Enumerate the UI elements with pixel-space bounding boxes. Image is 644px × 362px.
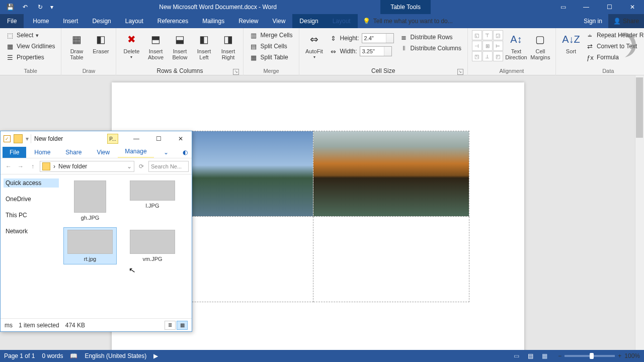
explorer-help[interactable]: ◐ [179, 147, 192, 158]
file-thumb[interactable]: gh.JPG [64, 178, 116, 223]
tab-insert[interactable]: Insert [56, 14, 85, 28]
status-words[interactable]: 0 words [42, 352, 63, 359]
nav-network[interactable]: Network [4, 227, 59, 236]
sort-button[interactable]: A↓ZSort [560, 30, 582, 54]
explorer-search[interactable]: Search Ne... [148, 161, 189, 172]
draw-table-button[interactable]: ▦Draw Table [65, 30, 88, 60]
tell-me-search[interactable]: 💡Tell me what you want to do... [358, 14, 578, 28]
explorer-tab-file[interactable]: File [3, 147, 26, 158]
explorer-up[interactable]: ↑ [28, 161, 38, 171]
insert-above-button[interactable]: ⬒Insert Above [144, 30, 167, 60]
explorer-close[interactable]: ✕ [170, 131, 192, 146]
explorer-tab-manage[interactable]: Manage [118, 146, 153, 158]
tab-file[interactable]: File [0, 14, 24, 28]
row-height-field[interactable]: ⇕Height:2.4" [328, 32, 396, 44]
tab-references[interactable]: References [150, 14, 195, 28]
align-bl[interactable]: ◳ [472, 51, 482, 61]
cellsize-dialog-launcher[interactable]: ↘ [457, 69, 463, 75]
explorer-expand-ribbon[interactable]: ⌄ [159, 147, 173, 158]
width-spinner[interactable]: 3.25" [360, 46, 392, 56]
rows-cols-dialog-launcher[interactable]: ↘ [233, 69, 239, 75]
ribbon-options-button[interactable]: ▭ [551, 0, 575, 14]
delete-button[interactable]: ✖Delete▾ [120, 30, 142, 60]
tab-home[interactable]: Home [26, 14, 56, 28]
explorer-tab-home[interactable]: Home [27, 147, 57, 158]
file-explorer-window[interactable]: ✓ ▾ New folder P... — ☐ ✕ File Home Shar… [0, 131, 192, 332]
eraser-button[interactable]: ◧Eraser [90, 30, 112, 54]
status-page[interactable]: Page 1 of 1 [4, 352, 35, 359]
insert-below-button[interactable]: ⬓Insert Below [169, 30, 191, 60]
align-tl[interactable]: ◱ [472, 30, 482, 40]
file-thumb-selected[interactable]: rt.jpg [64, 228, 116, 264]
zoom-slider[interactable] [565, 355, 615, 357]
tab-layout[interactable]: Layout [118, 14, 150, 28]
redo-button[interactable]: ↻ [33, 1, 47, 13]
file-thumb[interactable]: l.JPG [126, 178, 179, 223]
autofit-button[interactable]: ⇔AutoFit▾ [303, 30, 326, 60]
align-mr[interactable]: ⊢ [493, 41, 503, 51]
insert-left-button[interactable]: ◧Insert Left [193, 30, 215, 60]
tab-table-layout[interactable]: Layout [326, 14, 358, 28]
properties-button[interactable]: ☰Properties [4, 52, 57, 62]
insert-right-button[interactable]: ◨Insert Right [217, 30, 239, 60]
maximize-button[interactable]: ☐ [598, 0, 621, 14]
vertical-scrollbar[interactable] [635, 75, 644, 350]
table-cell[interactable] [313, 217, 469, 302]
split-cells-button[interactable]: ▤Split Cells [248, 41, 294, 51]
tab-mailings[interactable]: Mailings [195, 14, 231, 28]
save-button[interactable]: 💾 [3, 1, 17, 13]
share-button[interactable]: 👤Share [608, 14, 644, 28]
details-view-button[interactable]: ≣ [165, 321, 176, 330]
nav-onedrive[interactable]: OneDrive [4, 195, 59, 204]
signin-link[interactable]: Sign in [578, 14, 608, 28]
explorer-titlebar[interactable]: ✓ ▾ New folder P... — ☐ ✕ [1, 131, 192, 146]
word-table[interactable] [157, 131, 469, 302]
tab-design[interactable]: Design [85, 14, 118, 28]
select-button[interactable]: ⬚Select ▾ [4, 30, 57, 40]
qat-customize[interactable]: ▾ [48, 1, 55, 13]
table-cell[interactable] [313, 131, 469, 217]
align-ml[interactable]: ⊣ [472, 41, 482, 51]
height-spinner[interactable]: 2.4" [362, 33, 394, 43]
view-gridlines-button[interactable]: ▦View Gridlines [4, 41, 57, 51]
distribute-rows-button[interactable]: ≣Distribute Rows [398, 32, 463, 42]
read-mode-button[interactable]: ▭ [510, 351, 523, 360]
macro-icon[interactable]: ▶ [153, 352, 158, 359]
zoom-out-button[interactable]: − [558, 352, 561, 359]
scroll-thumb[interactable] [636, 77, 643, 138]
zoom-percent[interactable]: 100% [624, 352, 640, 359]
col-width-field[interactable]: ⇔Width:3.25" [328, 45, 396, 57]
tab-review[interactable]: Review [231, 14, 265, 28]
explorer-minimize[interactable]: — [125, 131, 147, 146]
align-mc[interactable]: ⊞ [482, 41, 493, 51]
file-thumb[interactable]: vm.JPG [126, 228, 179, 264]
undo-button[interactable]: ↶ [18, 1, 32, 13]
nav-quick-access[interactable]: Quick access [4, 178, 59, 188]
align-tc[interactable]: ⊤ [482, 30, 493, 40]
tab-table-design[interactable]: Design [292, 14, 325, 28]
tab-view[interactable]: View [266, 14, 293, 28]
split-table-button[interactable]: ▦Split Table [248, 52, 294, 62]
close-button[interactable]: ✕ [621, 0, 644, 14]
picture-tools-tab[interactable]: P... [107, 134, 118, 144]
explorer-tab-share[interactable]: Share [58, 147, 89, 158]
explorer-path[interactable]: › New folder ⌄ [40, 161, 134, 172]
minimize-button[interactable]: — [575, 0, 598, 14]
explorer-file-pane[interactable]: gh.JPG l.JPG rt.jpg vm.JPG [62, 174, 192, 318]
explorer-back[interactable]: ← [4, 161, 14, 171]
align-bc[interactable]: ⊥ [482, 51, 493, 61]
text-direction-button[interactable]: A↕Text Direction [505, 30, 527, 60]
explorer-maximize[interactable]: ☐ [147, 131, 170, 146]
thumbnails-view-button[interactable]: ▦ [177, 321, 188, 330]
status-language[interactable]: English (United States) [85, 352, 146, 359]
explorer-forward[interactable]: → [16, 161, 26, 171]
cell-margins-button[interactable]: ▢Cell Margins [529, 30, 551, 60]
web-layout-button[interactable]: ▦ [538, 351, 551, 360]
distribute-cols-button[interactable]: ⫴Distribute Columns [398, 43, 463, 53]
explorer-refresh[interactable]: ⟳ [136, 161, 146, 171]
print-layout-button[interactable]: ▤ [524, 351, 537, 360]
spellcheck-icon[interactable]: 📖 [70, 352, 77, 359]
explorer-tab-view[interactable]: View [90, 147, 117, 158]
nav-this-pc[interactable]: This PC [4, 211, 59, 220]
merge-cells-button[interactable]: ▥Merge Cells [248, 30, 294, 40]
